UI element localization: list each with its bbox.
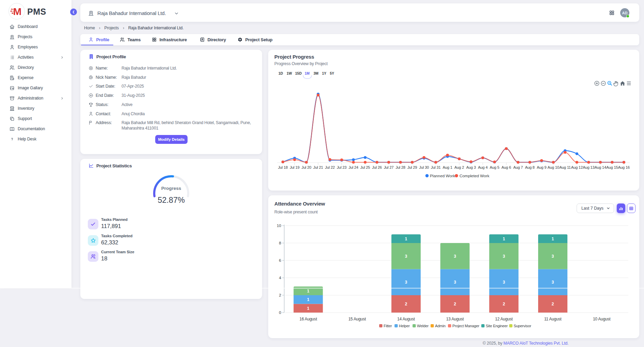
svg-text:15 August: 15 August: [348, 317, 366, 321]
svg-text:Aug 5: Aug 5: [490, 165, 499, 169]
svg-text:2: 2: [279, 293, 281, 298]
svg-text:Aug 13: Aug 13: [583, 165, 594, 169]
svg-text:Jul 30: Jul 30: [419, 165, 429, 169]
svg-text:Completed Work: Completed Work: [460, 174, 489, 178]
svg-text:3: 3: [454, 254, 456, 259]
svg-text:14 August: 14 August: [397, 317, 415, 321]
svg-text:2: 2: [503, 302, 505, 306]
svg-text:Jul 29: Jul 29: [407, 165, 417, 169]
svg-text:Jul 18: Jul 18: [278, 165, 288, 169]
svg-text:1: 1: [307, 297, 309, 302]
svg-text:10 August: 10 August: [593, 317, 611, 321]
svg-text:Jul 28: Jul 28: [396, 165, 405, 169]
svg-text:Jul 23: Jul 23: [337, 165, 347, 169]
svg-text:1: 1: [307, 289, 309, 293]
svg-text:2: 2: [405, 302, 407, 306]
svg-text:Fitter: Fitter: [384, 324, 392, 328]
svg-text:1: 1: [307, 306, 309, 311]
svg-text:6: 6: [279, 258, 281, 263]
svg-text:Aug 12: Aug 12: [571, 165, 583, 169]
svg-text:16 August: 16 August: [300, 317, 317, 321]
svg-text:Aug 1: Aug 1: [443, 165, 452, 169]
svg-text:3: 3: [405, 280, 407, 285]
svg-text:Planned Work: Planned Work: [430, 174, 455, 178]
svg-text:Jul 24: Jul 24: [349, 165, 358, 169]
svg-text:Welder: Welder: [417, 324, 429, 328]
svg-text:Jul 20: Jul 20: [302, 165, 311, 169]
svg-text:Jul 31: Jul 31: [431, 165, 441, 169]
svg-text:1: 1: [503, 237, 505, 241]
svg-text:Aug 4: Aug 4: [478, 165, 487, 169]
svg-text:Aug 8: Aug 8: [525, 165, 534, 169]
svg-text:3: 3: [454, 280, 456, 285]
svg-text:2: 2: [454, 302, 456, 306]
svg-text:Jul 21: Jul 21: [313, 165, 323, 169]
svg-text:Jul 26: Jul 26: [372, 165, 382, 169]
svg-text:Aug 16: Aug 16: [618, 165, 630, 169]
svg-text:1: 1: [405, 237, 407, 241]
svg-text:Project Manager: Project Manager: [452, 324, 480, 328]
svg-text:Jul 25: Jul 25: [360, 165, 370, 169]
svg-text:3: 3: [552, 254, 554, 259]
svg-text:Aug 11: Aug 11: [559, 165, 570, 169]
svg-text:Jul 22: Jul 22: [325, 165, 335, 169]
svg-text:Aug 7: Aug 7: [513, 165, 523, 169]
svg-text:11 August: 11 August: [544, 317, 562, 321]
svg-text:3: 3: [552, 280, 554, 285]
svg-text:10: 10: [277, 223, 281, 228]
svg-text:4: 4: [279, 275, 281, 280]
svg-text:Supervisor: Supervisor: [514, 324, 531, 328]
svg-text:3: 3: [405, 254, 407, 259]
svg-text:Jul 19: Jul 19: [290, 165, 300, 169]
svg-text:Helper: Helper: [399, 324, 410, 328]
svg-text:Aug 2: Aug 2: [454, 165, 464, 169]
svg-text:Progress: Progress: [161, 186, 181, 191]
svg-text:13 August: 13 August: [446, 317, 464, 321]
svg-text:0: 0: [279, 310, 281, 315]
svg-text:2: 2: [552, 302, 554, 306]
svg-text:Aug 6: Aug 6: [501, 165, 511, 169]
svg-text:Aug 14: Aug 14: [595, 165, 606, 169]
svg-text:Aug 10: Aug 10: [548, 165, 559, 169]
svg-text:8: 8: [279, 241, 281, 245]
svg-text:M: M: [13, 6, 21, 17]
svg-text:Aug 3: Aug 3: [466, 165, 476, 169]
svg-text:3: 3: [503, 280, 505, 285]
svg-text:Admin: Admin: [435, 324, 446, 328]
svg-text:52.87%: 52.87%: [158, 196, 185, 205]
svg-text:3: 3: [503, 254, 505, 259]
svg-text:Aug 9: Aug 9: [537, 165, 546, 169]
svg-text:Site Engineer: Site Engineer: [486, 324, 508, 328]
svg-text:1: 1: [552, 237, 554, 241]
svg-text:12 August: 12 August: [495, 317, 513, 321]
svg-text:Aug 15: Aug 15: [606, 165, 618, 169]
svg-text:Jul 27: Jul 27: [384, 165, 394, 169]
